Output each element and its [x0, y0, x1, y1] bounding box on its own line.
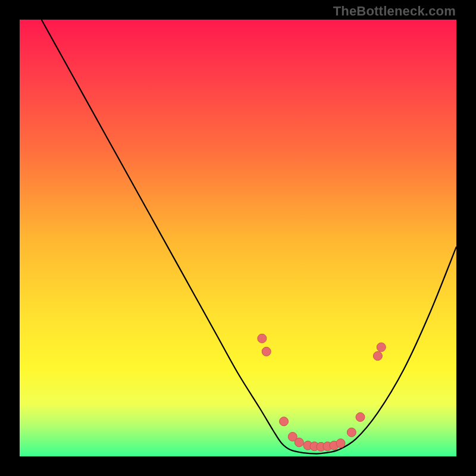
bottleneck-curve [42, 20, 456, 454]
watermark-text: TheBottleneck.com [333, 4, 456, 19]
plot-area [20, 20, 456, 456]
chart-frame: TheBottleneck.com [0, 0, 476, 476]
data-dot [373, 352, 382, 361]
data-dot [295, 438, 303, 447]
data-dot [356, 412, 365, 421]
data-dot [258, 334, 267, 343]
curve-dots [258, 334, 386, 451]
data-dot [377, 343, 386, 352]
chart-svg [20, 20, 456, 456]
data-dot [262, 347, 271, 356]
data-dot [347, 428, 356, 437]
data-dot [280, 417, 289, 426]
data-dot [336, 439, 345, 447]
